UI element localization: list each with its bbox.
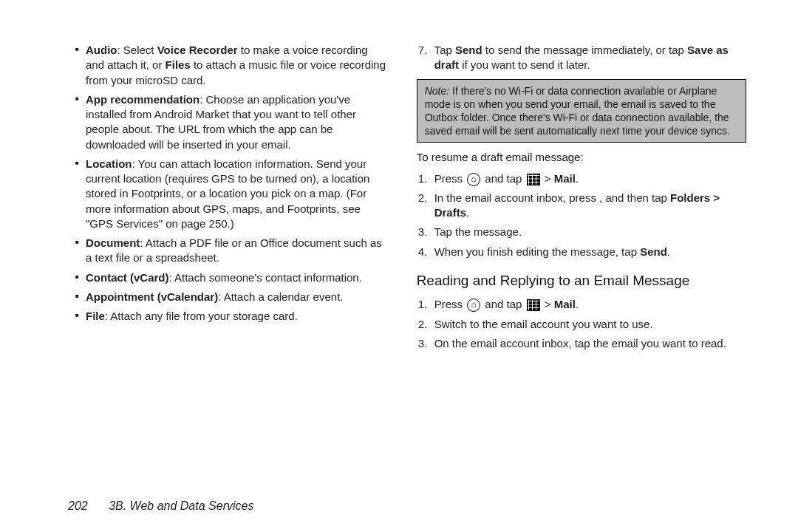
step-3: 3. Tap the message.: [418, 225, 746, 239]
step-4: 4. When you finish editing the message, …: [418, 245, 746, 259]
step-1: 1. Press and tap > Mail.: [418, 171, 746, 186]
list-item: Appointment (vCalendar): Attach a calend…: [75, 290, 387, 304]
list-item: Contact (vCard): Attach someone's contac…: [75, 270, 387, 285]
apps-grid-icon: [527, 299, 540, 311]
item-label: Location: [86, 157, 132, 170]
resume-heading: To resume a draft email message:: [417, 150, 746, 165]
chapter-title: 3B. Web and Data Services: [109, 499, 253, 512]
item-label: File: [86, 310, 105, 322]
left-column: Audio: Select Voice Recorder to make a v…: [68, 43, 387, 355]
list-item: Location: You can attach location inform…: [75, 157, 387, 231]
list-item: File: Attach any file from your storage …: [75, 309, 387, 324]
step-7: 7. Tap Send to send the message immediat…: [418, 43, 746, 73]
section-heading: Reading and Replying to an Email Message: [417, 271, 746, 290]
step-2: 2. Switch to the email account you want …: [418, 317, 746, 332]
note-box: Note: If there's no Wi-Fi or data connec…: [417, 79, 746, 143]
home-icon: [467, 299, 480, 312]
item-label: App recommendation: [86, 93, 200, 106]
step-2: 2. In the email account inbox, press , a…: [418, 191, 746, 221]
attach-options-list: Audio: Select Voice Recorder to make a v…: [68, 43, 387, 324]
page-footer: 202 3B. Web and Data Services: [68, 499, 253, 513]
send-steps: 7. Tap Send to send the message immediat…: [417, 43, 746, 73]
item-label: Contact (vCard): [86, 271, 169, 284]
item-label: Appointment (vCalendar): [86, 290, 218, 303]
step-1: 1. Press and tap > Mail.: [418, 297, 746, 312]
list-item: Document: Attach a PDF file or an Office…: [75, 236, 387, 266]
page-columns: Audio: Select Voice Recorder to make a v…: [0, 0, 798, 355]
item-label: Audio: [86, 44, 117, 56]
resume-steps: 1. Press and tap > Mail. 2. In the email…: [417, 171, 746, 259]
note-label: Note:: [425, 85, 449, 97]
apps-grid-icon: [527, 174, 540, 185]
list-item: App recommendation: Choose an applicatio…: [75, 92, 387, 152]
list-item: Audio: Select Voice Recorder to make a v…: [75, 43, 387, 88]
page-number: 202: [68, 499, 88, 512]
step-3: 3. On the email account inbox, tap the e…: [418, 336, 746, 351]
home-icon: [467, 173, 480, 186]
note-text: If there's no Wi-Fi or data connection a…: [425, 85, 730, 137]
reading-steps: 1. Press and tap > Mail. 2. Switch to th…: [417, 297, 746, 351]
item-label: Document: [86, 236, 140, 249]
right-column: 7. Tap Send to send the message immediat…: [417, 43, 746, 355]
